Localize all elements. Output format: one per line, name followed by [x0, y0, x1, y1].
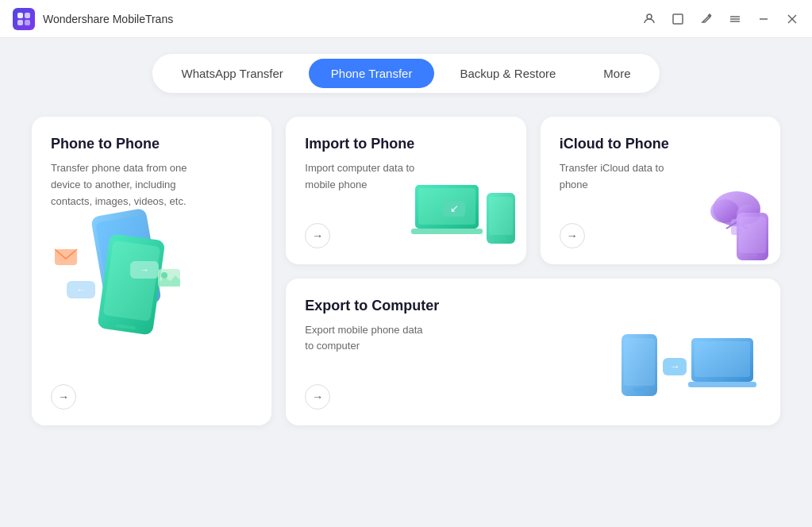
- app-title: Wondershare MobileTrans: [43, 13, 642, 25]
- svg-text:←: ←: [76, 284, 86, 295]
- tab-phone-transfer[interactable]: Phone Transfer: [309, 59, 435, 88]
- card-export-arrow[interactable]: →: [305, 384, 330, 410]
- tab-more[interactable]: More: [581, 59, 652, 88]
- card-import-title: Import to Phone: [305, 136, 506, 152]
- svg-text:→: →: [670, 360, 680, 372]
- svg-rect-31: [489, 197, 513, 235]
- tab-backup-restore[interactable]: Backup & Restore: [437, 59, 578, 88]
- svg-rect-0: [17, 13, 23, 18]
- title-bar-controls: [642, 12, 799, 26]
- import-to-phone-illustration: ↙: [399, 177, 526, 264]
- svg-text:→: →: [140, 264, 149, 275]
- user-icon[interactable]: [642, 12, 656, 26]
- svg-rect-39: [748, 254, 757, 256]
- menu-icon[interactable]: [728, 12, 742, 26]
- card-import-arrow[interactable]: →: [305, 223, 330, 248]
- main-content: WhatsApp Transfer Phone Transfer Backup …: [0, 38, 812, 527]
- svg-point-4: [647, 14, 652, 19]
- icloud-to-phone-illustration: [653, 177, 780, 264]
- card-icloud-to-phone[interactable]: iCloud to Phone Transfer iCloud data to …: [541, 117, 780, 264]
- title-bar: Wondershare MobileTrans: [0, 0, 812, 38]
- card-phone-to-phone-title: Phone to Phone: [51, 136, 252, 152]
- svg-rect-27: [411, 229, 483, 234]
- svg-text:↙: ↙: [449, 202, 458, 214]
- svg-rect-47: [688, 382, 756, 387]
- nav-tabs: WhatsApp Transfer Phone Transfer Backup …: [152, 54, 659, 93]
- svg-rect-1: [25, 13, 30, 18]
- card-phone-to-phone[interactable]: Phone to Phone Transfer phone data from …: [32, 117, 271, 425]
- svg-rect-46: [695, 341, 750, 377]
- svg-rect-2: [17, 20, 23, 25]
- card-export-to-computer[interactable]: Export to Computer Export mobile phone d…: [286, 279, 780, 426]
- svg-rect-5: [673, 14, 683, 24]
- cards-grid: Phone to Phone Transfer phone data from …: [32, 117, 780, 425]
- edit-icon[interactable]: [699, 12, 714, 26]
- svg-rect-38: [739, 217, 766, 253]
- card-icloud-title: iCloud to Phone: [560, 136, 761, 152]
- close-icon[interactable]: [785, 12, 799, 26]
- svg-rect-42: [633, 388, 645, 391]
- tab-whatsapp-transfer[interactable]: WhatsApp Transfer: [159, 59, 305, 88]
- phone-to-phone-illustration: ← →: [43, 194, 202, 368]
- svg-rect-3: [25, 20, 30, 25]
- card-export-title: Export to Computer: [305, 298, 761, 314]
- svg-rect-32: [496, 237, 506, 240]
- window-icon[interactable]: [671, 12, 685, 26]
- card-export-desc: Export mobile phone data to computer: [305, 322, 432, 356]
- card-phone-to-phone-arrow[interactable]: →: [51, 384, 76, 410]
- card-icloud-arrow[interactable]: →: [560, 223, 585, 248]
- export-to-computer-illustration: →: [606, 322, 764, 417]
- svg-rect-41: [624, 338, 655, 386]
- minimize-icon[interactable]: [756, 12, 771, 26]
- card-import-to-phone[interactable]: Import to Phone Import computer data to …: [286, 117, 525, 264]
- app-icon: [13, 8, 35, 30]
